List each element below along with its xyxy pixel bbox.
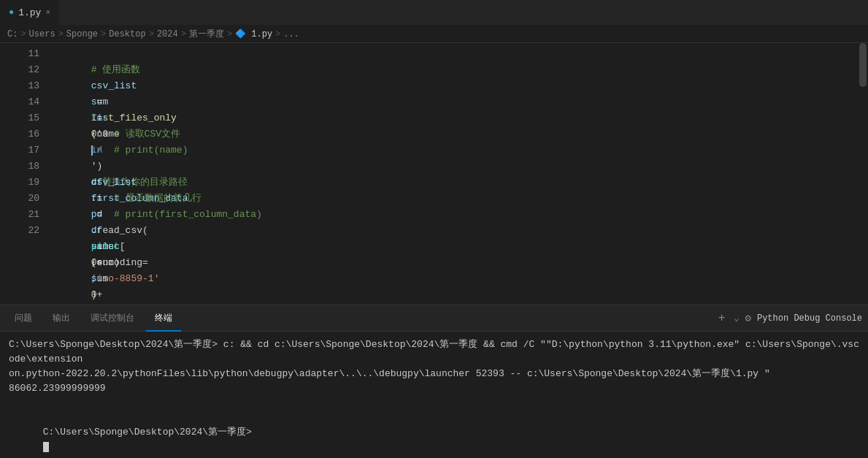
terminal-text: C:\Users\Sponge\Desktop\2024\第一季度> c: &&… xyxy=(9,339,859,379)
code-line: print (sum) xyxy=(57,223,858,239)
tab-close-button[interactable]: × xyxy=(45,8,50,17)
code-line: # 读取CSV文件 xyxy=(57,110,858,126)
breadcrumb-part: 2024 xyxy=(157,29,178,39)
line-number: 22 xyxy=(15,223,39,239)
panel-tab-right: + ⌄ ⚙ Python Debug Console xyxy=(715,312,862,325)
breakpoint-area xyxy=(1,85,13,99)
breakpoint-area xyxy=(1,112,13,125)
line-number: 16 xyxy=(15,126,39,142)
editor-scrollbar[interactable] xyxy=(858,43,868,305)
line-number: 17 xyxy=(15,142,39,159)
breadcrumb: C: > Users > Sponge > Desktop > 2024 > 第… xyxy=(0,26,868,43)
code-token: for xyxy=(91,112,108,123)
breakpoint-area xyxy=(1,138,13,151)
breakpoint-area xyxy=(1,99,13,112)
breadcrumb-sep: > xyxy=(58,29,64,39)
line-number: 18 xyxy=(15,159,39,175)
code-token: # 使用函数 xyxy=(91,64,141,75)
code-token: sum xyxy=(91,273,108,284)
breadcrumb-part: 第一季度 xyxy=(189,28,224,40)
breadcrumb-file: 🔷 1.py xyxy=(235,28,272,39)
line-numbers: 11 12 13 14 15 16 17 18 19 20 21 22 xyxy=(15,43,45,305)
breadcrumb-part: C: xyxy=(7,29,18,39)
line-number: 21 xyxy=(15,207,39,223)
breakpoint-area xyxy=(1,191,13,204)
line-number: 12 xyxy=(15,62,39,78)
breadcrumb-sep: > xyxy=(149,29,154,39)
tab-output[interactable]: 输出 xyxy=(44,305,79,332)
new-terminal-button[interactable]: + xyxy=(715,312,729,325)
breadcrumb-sep: > xyxy=(101,29,106,39)
file-tab[interactable]: ● 1.py × xyxy=(0,0,60,26)
code-token: # print(first_column_data) xyxy=(91,209,262,220)
line-number: 14 xyxy=(15,94,39,110)
line-number: 19 xyxy=(15,175,39,191)
breadcrumb-sep: > xyxy=(181,29,186,39)
bottom-panel: 问题 输出 调试控制台 终端 + ⌄ ⚙ Python Debug Consol… xyxy=(0,305,868,458)
panel-tab-label: 问题 xyxy=(15,313,32,324)
scrollbar-thumb[interactable] xyxy=(859,43,867,87)
breakpoint-area xyxy=(1,46,13,59)
breadcrumb-sep: > xyxy=(227,29,232,39)
tab-terminal[interactable]: 终端 xyxy=(146,305,181,332)
terminal-prompt-line: C:\Users\Sponge\Desktop\2024\第一季度> xyxy=(9,411,859,458)
line-number: 20 xyxy=(15,191,39,207)
code-token: # 读取CSV文件 xyxy=(91,129,180,140)
panel-tab-label: 调试控制台 xyxy=(91,313,134,324)
breakpoint-area xyxy=(1,125,13,138)
editor-area: 11 12 13 14 15 16 17 18 19 20 21 22 # 使用… xyxy=(0,43,868,305)
terminal-line: C:\Users\Sponge\Desktop\2024\第一季度> c: &&… xyxy=(9,337,859,381)
tab-debug-console[interactable]: 调试控制台 xyxy=(82,305,143,332)
panel-tab-label: 终端 xyxy=(155,313,172,324)
breadcrumb-sep: > xyxy=(20,29,26,39)
tab-bar: ● 1.py × xyxy=(0,0,868,26)
tab-label: 1.py xyxy=(18,7,41,18)
tab-problems[interactable]: 问题 xyxy=(6,305,41,332)
code-token: (sum) xyxy=(91,257,120,268)
code-token: csv_list xyxy=(91,80,137,91)
code-token: # 显示数据的前几行 xyxy=(91,193,201,204)
terminal-cursor xyxy=(43,442,49,452)
code-token: + xyxy=(91,289,108,300)
breadcrumb-part: Users xyxy=(29,29,55,39)
code-line: first_column_data = df .iloc[ 0 , 0 ] xyxy=(57,159,858,175)
terminal-dropdown-button[interactable]: ⌄ xyxy=(734,313,739,324)
code-line: # 使用函数 xyxy=(57,46,858,62)
code-line: csv_list = list_files_only (' ./ ') # 替换… xyxy=(57,62,858,78)
line-number: 11 xyxy=(15,46,39,62)
code-token: # print(name) xyxy=(91,145,188,156)
breadcrumb-part: Sponge xyxy=(66,29,98,39)
panel-tab-bar: 问题 输出 调试控制台 终端 + ⌄ ⚙ Python Debug Consol… xyxy=(0,305,868,332)
code-token xyxy=(91,225,114,236)
code-token xyxy=(91,177,114,188)
line-number: 13 xyxy=(15,78,39,94)
breakpoint-area xyxy=(1,151,13,164)
terminal-output[interactable]: C:\Users\Sponge\Desktop\2024\第一季度> c: &&… xyxy=(0,332,868,458)
panel-tab-label: 输出 xyxy=(53,313,70,324)
breakpoint-area xyxy=(1,178,13,191)
code-token: sum xyxy=(91,96,108,107)
code-line: sum = 0.0 xyxy=(57,78,858,94)
python-debug-console-label: Python Debug Console xyxy=(757,313,862,324)
code-token: print xyxy=(91,241,120,252)
breadcrumb-ellipsis: ... xyxy=(283,29,299,39)
terminal-line: 86062.23999999999 xyxy=(9,381,859,396)
terminal-text: 86062.23999999999 xyxy=(9,383,106,394)
code-token xyxy=(91,161,114,172)
code-line: for name in csv_list : xyxy=(57,94,858,110)
line-number: 15 xyxy=(15,110,39,126)
breadcrumb-sep: > xyxy=(275,29,280,39)
breakpoint-area xyxy=(1,164,13,178)
settings-icon[interactable]: ⚙ xyxy=(745,312,751,324)
code-editor[interactable]: # 使用函数 csv_list = list_files_only (' ./ … xyxy=(45,43,858,305)
activity-gutter xyxy=(0,43,15,305)
terminal-line xyxy=(9,396,859,411)
python-icon: ● xyxy=(9,7,14,18)
breakpoint-area xyxy=(1,59,13,72)
breadcrumb-part: Desktop xyxy=(109,29,145,39)
breakpoint-area xyxy=(1,72,13,85)
terminal-prompt: C:\Users\Sponge\Desktop\2024\第一季度> xyxy=(43,427,252,438)
